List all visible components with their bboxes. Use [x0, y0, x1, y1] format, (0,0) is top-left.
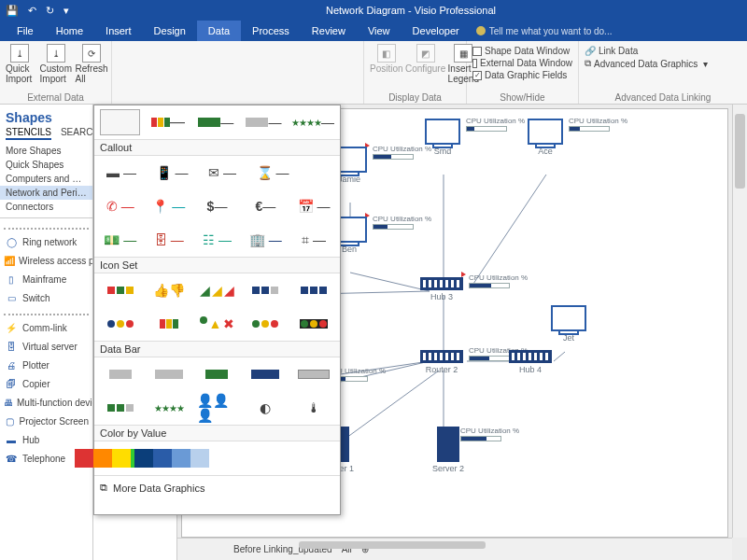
save-icon[interactable]: 💾: [6, 5, 19, 17]
mainframe-icon: ▯: [4, 272, 19, 287]
iconset-wifi[interactable]: ◢◢◢: [197, 277, 238, 303]
shape-plotter[interactable]: 🖨Plotter: [0, 357, 92, 373]
callout-pin-icon[interactable]: 📍 —: [148, 193, 190, 219]
configure-button: ◩Configure: [409, 44, 443, 74]
iconset-pies[interactable]: [100, 311, 141, 337]
databar-people[interactable]: 👤👤👤: [197, 395, 238, 421]
shape-virtual-server[interactable]: 🗄Virtual server: [0, 338, 92, 355]
node-smd[interactable]: CPU Utilization % Smd: [425, 119, 460, 156]
callout-mail-icon[interactable]: ✉ —: [201, 160, 244, 186]
shape-hub[interactable]: ▬Hub: [0, 431, 92, 448]
callout-calendar-icon[interactable]: 📅 —: [293, 193, 334, 219]
custom-import-button[interactable]: ⤓Custom Import: [40, 44, 72, 84]
shape-mfd[interactable]: 🖶Multi-function device: [0, 394, 92, 411]
tab-review[interactable]: Review: [301, 21, 357, 41]
ribbon-tabs: File Home Insert Design Data Process Rev…: [0, 21, 747, 41]
shape-switch[interactable]: ▭Switch: [0, 289, 92, 306]
refresh-all-button[interactable]: ⟳Refresh All: [78, 44, 106, 84]
dg-none[interactable]: [100, 109, 140, 135]
callout-dollar-icon[interactable]: $ —: [197, 193, 238, 219]
server-icon: [437, 427, 459, 462]
node-hub3[interactable]: CPU Utilization % Hub 3: [420, 277, 463, 301]
callout-database-icon[interactable]: 🗄 —: [148, 227, 190, 253]
databar-1[interactable]: [100, 361, 141, 387]
databar-stars[interactable]: ★★★★: [148, 395, 190, 421]
tell-me-search[interactable]: Tell me what you want to do...: [476, 26, 613, 36]
shape-mainframe[interactable]: ▯Mainframe: [0, 271, 92, 287]
node-server2[interactable]: CPU Utilization % Server 2: [432, 427, 464, 473]
callout-building-icon[interactable]: 🏢 —: [245, 227, 286, 253]
node-router2[interactable]: CPU Utilization % Router 2: [420, 350, 463, 374]
iconset-signs[interactable]: ▲✖: [197, 311, 238, 337]
callout-money-icon[interactable]: 💵 —: [100, 227, 141, 253]
iconset-xcheck[interactable]: [100, 277, 141, 303]
qat-dropdown-icon[interactable]: ▾: [63, 5, 69, 17]
position-button: ◧Position: [370, 44, 403, 74]
link-data-button[interactable]: 🔗Link Data: [585, 46, 741, 56]
databar-4[interactable]: [245, 361, 286, 387]
tab-file[interactable]: File: [6, 21, 45, 41]
shape-comm-link[interactable]: ⚡Comm-link: [0, 319, 92, 336]
callout-network-icon[interactable]: ☷ —: [197, 227, 238, 253]
databar-thermo[interactable]: 🌡: [293, 395, 334, 421]
chk-external-data-window[interactable]: External Data Window: [472, 58, 572, 68]
iconset-thumbs[interactable]: 👍👎: [148, 277, 190, 303]
callout-euro-icon[interactable]: € —: [245, 193, 286, 219]
iconset-squares[interactable]: [245, 277, 286, 303]
stencil-computers[interactable]: Computers and Monitors: [0, 172, 92, 186]
node-jet[interactable]: Jet: [551, 305, 586, 343]
callout-chip-icon[interactable]: ⌗ —: [293, 227, 334, 253]
stencil-quick-shapes[interactable]: Quick Shapes: [0, 158, 92, 172]
node-ace[interactable]: CPU Utilization % Ace: [528, 119, 563, 156]
iconset-lights[interactable]: [245, 311, 286, 337]
iconset-grid[interactable]: [293, 277, 334, 303]
dg-flags[interactable]: —: [148, 109, 188, 135]
tab-design[interactable]: Design: [143, 21, 197, 41]
databar-2[interactable]: [148, 361, 190, 387]
chk-shape-data-window[interactable]: Shape Data Window: [472, 46, 572, 56]
comm-link-icon: ⚡: [4, 320, 19, 335]
tab-home[interactable]: Home: [45, 21, 94, 41]
shape-wireless-ap[interactable]: 📶Wireless access point: [0, 252, 92, 269]
dg-bar-grey[interactable]: —: [244, 109, 284, 135]
tell-me-placeholder: Tell me what you want to do...: [489, 26, 613, 36]
callout-hourglass-icon[interactable]: ⌛ —: [251, 160, 294, 186]
stencil-network-peripherals[interactable]: Network and Peripherals: [0, 186, 92, 200]
data-graphics-gallery[interactable]: — — — ★★★★ — Callout ▬ — 📱 — ✉ — ⌛ — ✆ —…: [93, 105, 341, 515]
callout-heading[interactable]: ▬ —: [100, 160, 143, 186]
iconset-flags[interactable]: [148, 311, 190, 337]
node-hub4[interactable]: Hub 4: [509, 350, 552, 374]
advanced-data-graphics-button[interactable]: ⧉Advanced Data Graphics ▾: [585, 58, 741, 69]
chk-data-graphic-fields[interactable]: ✓Data Graphic Fields: [472, 70, 572, 80]
sheet-tab-bar: Before Linking_updated All ⊕: [177, 538, 732, 560]
cbv-blues[interactable]: [150, 445, 193, 471]
stencil-connectors[interactable]: Connectors: [0, 200, 92, 214]
tab-stencils[interactable]: STENCILS: [6, 127, 51, 140]
iconset-blacklights[interactable]: [293, 311, 334, 337]
quick-access-toolbar[interactable]: 💾 ↶ ↻ ▾: [0, 5, 75, 17]
tab-developer[interactable]: Developer: [402, 21, 471, 41]
dg-bar[interactable]: —: [196, 109, 236, 135]
quick-import-button[interactable]: ⤓Quick Import: [6, 44, 35, 84]
databar-gauge[interactable]: ◐: [245, 395, 286, 421]
tab-process[interactable]: Process: [241, 21, 301, 41]
shape-copier[interactable]: 🗐Copier: [0, 375, 92, 392]
shape-projector-screen[interactable]: ▢Projector Screen: [0, 413, 92, 429]
dg-section-iconset: Icon Set: [94, 257, 340, 273]
redo-icon[interactable]: ↻: [46, 5, 54, 17]
callout-phone2-icon[interactable]: ✆ —: [100, 193, 141, 219]
tab-insert[interactable]: Insert: [94, 21, 143, 41]
databar-5[interactable]: [293, 361, 334, 387]
callout-phone-icon[interactable]: 📱 —: [150, 160, 193, 186]
shape-ring-network[interactable]: ◯Ring network: [0, 233, 92, 250]
databar-3[interactable]: [197, 361, 238, 387]
tab-view[interactable]: View: [357, 21, 402, 41]
tab-data[interactable]: Data: [197, 21, 241, 41]
horizontal-scrollbar-thumb[interactable]: [299, 541, 486, 549]
databar-boxes[interactable]: [100, 395, 141, 421]
stencil-more-shapes[interactable]: More Shapes: [0, 144, 92, 158]
dg-stars[interactable]: ★★★★ —: [291, 109, 334, 135]
vertical-scrollbar[interactable]: [732, 105, 747, 538]
undo-icon[interactable]: ↶: [28, 5, 36, 17]
more-data-graphics[interactable]: ⧉More Data Graphics: [94, 475, 340, 499]
